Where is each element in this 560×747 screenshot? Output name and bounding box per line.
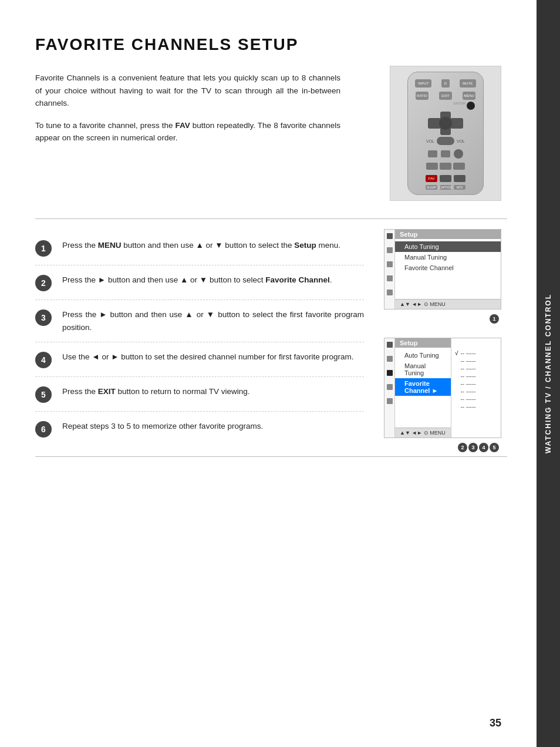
diagram1-content: Setup Auto Tuning Manual Tuning Favorite… [395,230,501,309]
ratio-btn: RATIO [416,92,429,100]
checkmark4: √ [455,373,458,379]
remote-image: INPUT D MUTE RATIO EXIT MENU ENTER [390,66,501,201]
step-3: 3 Press the ► button and then use ▲ or ▼… [35,300,364,342]
diagram1-footer: ▲▼ ◄► ⊙ MENU [395,299,501,309]
step-2-number: 2 [35,275,52,291]
d2icon4 [387,384,393,390]
d2-right-row1: √ -- ----- [455,350,497,356]
diagram1-wrapper: Setup Auto Tuning Manual Tuning Favorite… [384,229,501,324]
vol-label: VOL [426,139,434,143]
dashes6: -- ----- [461,388,476,395]
step-2-text: Press the ► button and then use ▲ or ▼ b… [62,274,332,287]
checkmark7: √ [455,396,458,402]
right-diagrams: Setup Auto Tuning Manual Tuning Favorite… [384,229,501,452]
menu-bold: MENU [98,241,122,250]
diagram2-sidebar [384,338,395,438]
d2icon2 [387,356,393,362]
btn3 [454,175,465,182]
sidebar: WATCHING TV / CHANNEL CONTROL [537,0,560,747]
step-1-text: Press the MENU button and then use ▲ or … [62,239,340,252]
d2-right-row6: √ -- ----- [455,388,497,395]
setup-bold: Setup [294,241,316,250]
diagram2-items: Auto Tuning Manual Tuning Favorite Chann… [395,348,451,398]
top-section: Favorite Channels is a convenient featur… [35,72,507,201]
intro-paragraph2: To tune to a favorite channel, press the… [35,119,340,144]
numpad [426,163,465,170]
exit-bold: EXIT [98,387,116,396]
nav-row [411,149,480,159]
dashes7: -- ----- [461,396,476,402]
step-2: 2 Press the ► button and then use ▲ or ▼… [35,265,364,300]
icon1 [387,233,393,239]
diagram1-item3: Favorite Channel [395,263,501,273]
diagram2-item1: Auto Tuning [395,350,451,361]
diagram2: Setup Auto Tuning Manual Tuning Favorite… [384,338,501,438]
enter-btn [467,102,475,110]
dashes1: -- ----- [461,350,476,356]
d2-right-row3: √ -- ----- [455,365,497,372]
d2-right-row4: √ -- ----- [455,373,497,379]
step-1-number: 1 [35,240,52,257]
fav-btn: FAV [426,175,437,182]
checkmark5: √ [455,381,458,387]
diagram2-left-col: Setup Auto Tuning Manual Tuning Favorite… [395,338,451,438]
fav-bold: FAV [175,121,190,130]
mute-btn: MUTE [460,79,476,88]
diagram1-sidebar [384,230,395,309]
enter-row: ENTER [411,102,480,110]
page-title: FAVORITE CHANNELS SETUP [35,35,507,54]
diagram2-footer-text: ▲▼ ◄► ⊙ MENU [400,430,446,436]
ch-btn [437,137,454,145]
remote-body: INPUT D MUTE RATIO EXIT MENU ENTER [407,72,484,195]
step-4-text: Use the ◄ or ► button to set the desired… [62,351,353,364]
diagram1-item1: Auto Tuning [395,241,501,252]
checkmark1: √ [455,350,458,356]
main-content: FAVORITE CHANNELS SETUP Favorite Channel… [0,0,537,747]
step-3-text: Press the ► button and then use ▲ or ▼ b… [62,308,364,334]
caption-circle-1: 1 [490,314,499,324]
diagram1: Setup Auto Tuning Manual Tuning Favorite… [384,229,501,309]
btn2 [440,175,451,182]
mts-btn: MTS [454,185,465,190]
step-6-text: Repeat steps 3 to 5 to memorize other fa… [62,420,263,433]
d-btn: D [441,79,450,88]
top-divider [35,218,507,219]
bottom-row: SLEEP CAPTION MTS [411,185,480,190]
step-5-text: Press the EXIT button to return to norma… [62,385,249,398]
page-number: 35 [490,717,501,729]
caption-btn: CAPTION [440,185,451,190]
diagram1-spacer [395,275,501,299]
checkmark6: √ [455,388,458,395]
d2icon3 [387,370,393,376]
icon5 [387,290,393,295]
enter-label: ENTER [454,102,465,110]
diagram1-items: Auto Tuning Manual Tuning Favorite Chann… [395,239,501,275]
intro-text-area: Favorite Channels is a convenient featur… [35,72,366,201]
intro-paragraph1: Favorite Channels is a convenient featur… [35,72,340,110]
caption-circle-5: 5 [490,443,499,452]
diagram2-item2: Manual Tuning [395,361,451,378]
step-5: 5 Press the EXIT button to return to nor… [35,377,364,412]
input-btn: INPUT [415,79,431,88]
sleep-btn: SLEEP [426,185,437,190]
dpad-right [450,118,463,129]
steps-section: 1 Press the MENU button and then use ▲ o… [35,231,364,446]
back-btn [428,150,437,157]
dashes5: -- ----- [461,381,476,387]
d2-right-row5: √ -- ----- [455,381,497,387]
step-6-number: 6 [35,421,52,438]
page-container: FAVORITE CHANNELS SETUP Favorite Channel… [0,0,560,747]
bottom-divider [35,456,507,457]
ch-row: VOL VOL [411,137,480,145]
power-btn [454,149,463,159]
dashes3: -- ----- [461,365,476,372]
diagram2-footer: ▲▼ ◄► ⊙ MENU [395,428,451,438]
diagram1-caption: 1 [384,314,499,324]
step-6: 6 Repeat steps 3 to 5 to memorize other … [35,412,364,446]
num2 [440,163,451,170]
checkmark8: √ [455,403,458,410]
step-5-number: 5 [35,386,52,403]
icon2 [387,247,393,253]
sidebar-text: WATCHING TV / CHANNEL CONTROL [544,294,552,453]
menu-btn: MENU [463,92,475,100]
